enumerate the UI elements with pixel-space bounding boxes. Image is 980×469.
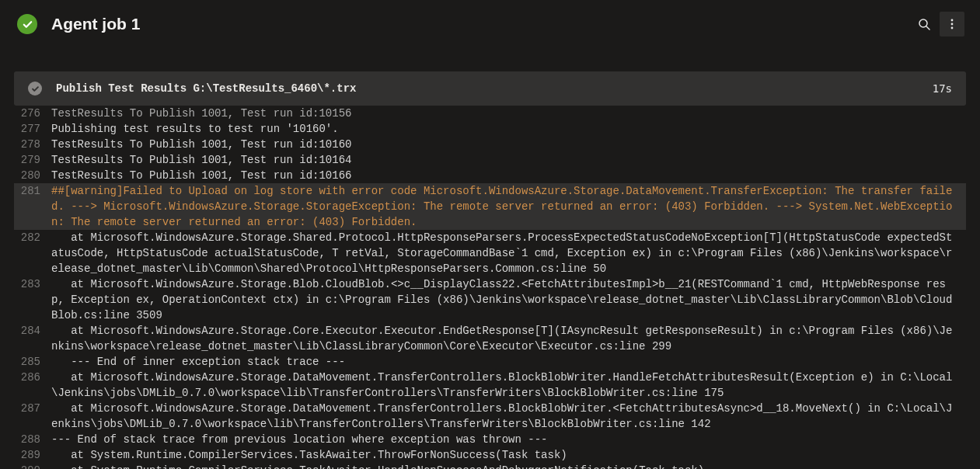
line-text: ##[warning]Failed to Upload on log store… bbox=[51, 183, 966, 230]
line-number: 282 bbox=[14, 230, 51, 245]
svg-point-4 bbox=[951, 27, 954, 30]
line-text: --- End of inner exception stack trace -… bbox=[51, 354, 966, 370]
log-line[interactable]: 279TestResults To Publish 1001, Test run… bbox=[14, 152, 966, 168]
line-number: 281 bbox=[14, 183, 51, 199]
line-text: TestResults To Publish 1001, Test run id… bbox=[51, 152, 966, 168]
log-line[interactable]: 278TestResults To Publish 1001, Test run… bbox=[14, 137, 966, 152]
check-icon bbox=[31, 85, 40, 93]
line-number: 284 bbox=[14, 323, 51, 339]
log-line[interactable]: 280TestResults To Publish 1001, Test run… bbox=[14, 168, 966, 183]
line-text: at Microsoft.WindowsAzure.Storage.Shared… bbox=[51, 230, 966, 276]
search-button[interactable] bbox=[912, 12, 936, 36]
log-line[interactable]: 276TestResults To Publish 1001, Test run… bbox=[14, 106, 966, 121]
more-options-button[interactable] bbox=[940, 12, 964, 36]
line-number: 286 bbox=[14, 370, 51, 385]
line-number: 287 bbox=[14, 401, 51, 416]
line-number: 276 bbox=[14, 106, 51, 121]
line-number: 288 bbox=[14, 432, 51, 447]
check-icon bbox=[22, 19, 33, 30]
search-icon bbox=[918, 18, 930, 30]
line-text: at System.Runtime.CompilerServices.TaskA… bbox=[51, 463, 966, 469]
line-text: TestResults To Publish 1001, Test run id… bbox=[51, 106, 966, 121]
log-line[interactable]: 288--- End of stack trace from previous … bbox=[14, 432, 966, 447]
line-text: at Microsoft.WindowsAzure.Storage.DataMo… bbox=[51, 401, 966, 432]
line-text: at Microsoft.WindowsAzure.Storage.DataMo… bbox=[51, 370, 966, 401]
log-line[interactable]: 283 at Microsoft.WindowsAzure.Storage.Bl… bbox=[14, 276, 966, 323]
job-status-success-icon bbox=[17, 14, 37, 34]
job-title: Agent job 1 bbox=[51, 15, 912, 33]
log-line[interactable]: 285 --- End of inner exception stack tra… bbox=[14, 354, 966, 370]
line-text: Publishing test results to test run '101… bbox=[51, 121, 966, 137]
line-text: at Microsoft.WindowsAzure.Storage.Core.E… bbox=[51, 323, 966, 354]
log-output[interactable]: 276TestResults To Publish 1001, Test run… bbox=[14, 106, 966, 469]
line-text: TestResults To Publish 1001, Test run id… bbox=[51, 168, 966, 183]
line-number: 280 bbox=[14, 168, 51, 183]
line-number: 290 bbox=[14, 463, 51, 469]
line-text: --- End of stack trace from previous loc… bbox=[51, 432, 966, 447]
header-actions bbox=[912, 12, 964, 36]
task-duration: 17s bbox=[933, 82, 952, 95]
job-header: Agent job 1 bbox=[0, 0, 980, 48]
log-line[interactable]: 287 at Microsoft.WindowsAzure.Storage.Da… bbox=[14, 401, 966, 432]
line-text: TestResults To Publish 1001, Test run id… bbox=[51, 137, 966, 152]
line-number: 278 bbox=[14, 137, 51, 152]
log-line[interactable]: 277Publishing test results to test run '… bbox=[14, 121, 966, 137]
task-header[interactable]: Publish Test Results G:\TestResults_6460… bbox=[14, 71, 966, 106]
task-title: Publish Test Results G:\TestResults_6460… bbox=[56, 82, 933, 95]
svg-line-1 bbox=[926, 26, 929, 30]
log-line[interactable]: 289 at System.Runtime.CompilerServices.T… bbox=[14, 447, 966, 463]
log-line[interactable]: 284 at Microsoft.WindowsAzure.Storage.Co… bbox=[14, 323, 966, 354]
log-line[interactable]: 290 at System.Runtime.CompilerServices.T… bbox=[14, 463, 966, 469]
line-number: 283 bbox=[14, 276, 51, 292]
log-line[interactable]: 281##[warning]Failed to Upload on log st… bbox=[14, 183, 966, 230]
kebab-icon bbox=[946, 18, 958, 30]
line-number: 285 bbox=[14, 354, 51, 370]
log-line[interactable]: 282 at Microsoft.WindowsAzure.Storage.Sh… bbox=[14, 230, 966, 276]
line-text: at System.Runtime.CompilerServices.TaskA… bbox=[51, 447, 966, 463]
task-status-success-icon bbox=[28, 82, 42, 96]
svg-point-3 bbox=[951, 23, 954, 26]
line-number: 277 bbox=[14, 121, 51, 137]
line-text: at Microsoft.WindowsAzure.Storage.Blob.C… bbox=[51, 276, 966, 323]
line-number: 279 bbox=[14, 152, 51, 168]
log-line[interactable]: 286 at Microsoft.WindowsAzure.Storage.Da… bbox=[14, 370, 966, 401]
line-number: 289 bbox=[14, 447, 51, 463]
svg-point-2 bbox=[951, 19, 954, 22]
